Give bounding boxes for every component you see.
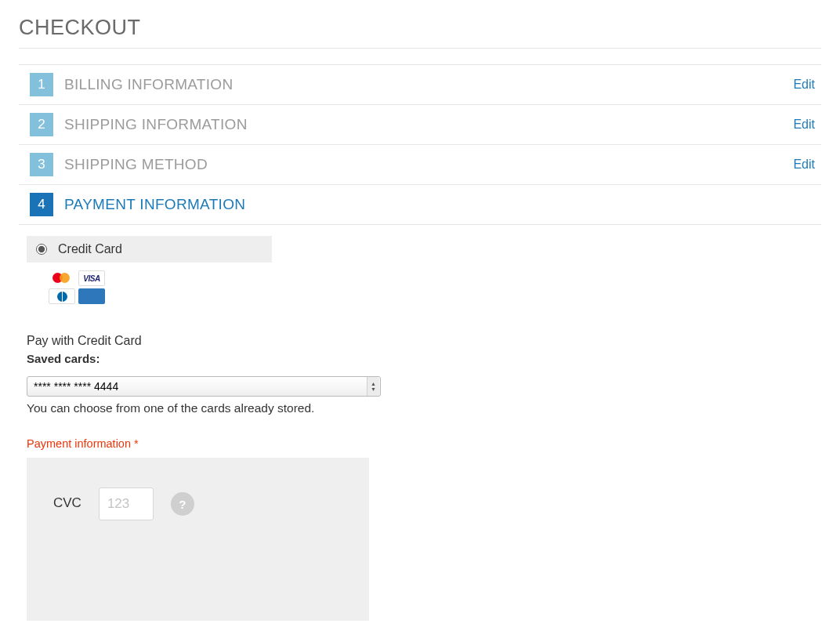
step-label-shipping-info: SHIPPING INFORMATION [64, 116, 793, 133]
payment-info-required-label: Payment information * [27, 437, 813, 450]
payment-method-credit-card[interactable]: Credit Card [27, 236, 272, 263]
step-shipping-info: 2 SHIPPING INFORMATION Edit [19, 105, 821, 145]
pay-with-heading: Pay with Credit Card [27, 334, 813, 348]
saved-cards-hint: You can choose from one of the cards alr… [27, 401, 813, 415]
mastercard-icon [49, 270, 75, 286]
credit-card-radio-label: Credit Card [58, 242, 122, 256]
saved-cards-label: Saved cards: [27, 352, 813, 365]
step-num-2: 2 [30, 113, 53, 136]
step-num-1: 1 [30, 73, 53, 96]
step-label-billing: BILLING INFORMATION [64, 76, 793, 93]
step-label-payment: PAYMENT INFORMATION [64, 196, 821, 213]
payment-body: Credit Card VISA Pay with Credit Card Sa… [19, 225, 821, 621]
card-logos: VISA [49, 270, 813, 304]
cvc-panel: CVC ? [27, 458, 369, 621]
step-num-3: 3 [30, 153, 53, 176]
edit-shipping-info-link[interactable]: Edit [793, 118, 821, 132]
cvc-help-icon[interactable]: ? [171, 492, 194, 516]
cvc-label: CVC [53, 487, 81, 511]
edit-shipping-method-link[interactable]: Edit [793, 158, 821, 172]
diners-club-icon [49, 288, 75, 304]
page-title: CHECKOUT [19, 16, 821, 49]
step-payment: 4 PAYMENT INFORMATION [19, 185, 821, 225]
step-num-4: 4 [30, 193, 53, 216]
visa-icon: VISA [78, 270, 105, 286]
credit-card-radio[interactable] [36, 244, 47, 255]
step-label-shipping-method: SHIPPING METHOD [64, 156, 793, 173]
step-billing: 1 BILLING INFORMATION Edit [19, 65, 821, 105]
saved-cards-select[interactable]: **** **** **** 4444 [27, 376, 381, 397]
edit-billing-link[interactable]: Edit [793, 78, 821, 92]
cvc-input[interactable] [99, 487, 154, 520]
saved-cards-select-wrap: **** **** **** 4444 ▲▼ [27, 376, 381, 397]
checkout-steps: 1 BILLING INFORMATION Edit 2 SHIPPING IN… [19, 64, 821, 225]
step-shipping-method: 3 SHIPPING METHOD Edit [19, 145, 821, 185]
amex-icon [78, 288, 105, 304]
